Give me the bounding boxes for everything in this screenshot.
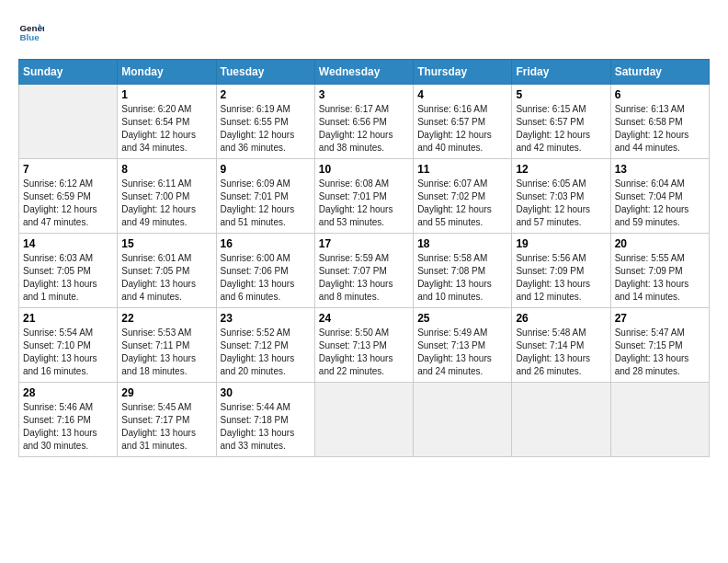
calendar-cell: 23Sunrise: 5:52 AM Sunset: 7:12 PM Dayli…: [216, 308, 314, 383]
calendar-cell: 30Sunrise: 5:44 AM Sunset: 7:18 PM Dayli…: [216, 383, 314, 457]
header-cell-thursday: Thursday: [414, 60, 512, 85]
calendar-header: SundayMondayTuesdayWednesdayThursdayFrid…: [19, 60, 710, 85]
calendar-cell: 11Sunrise: 6:07 AM Sunset: 7:02 PM Dayli…: [414, 159, 512, 234]
day-number: 23: [221, 312, 311, 325]
calendar-cell: 18Sunrise: 5:58 AM Sunset: 7:08 PM Dayli…: [414, 234, 512, 308]
calendar-cell: 20Sunrise: 5:55 AM Sunset: 7:09 PM Dayli…: [610, 234, 709, 308]
day-number: 24: [319, 312, 409, 325]
calendar-cell: 13Sunrise: 6:04 AM Sunset: 7:04 PM Dayli…: [610, 159, 709, 234]
week-row-5: 28Sunrise: 5:46 AM Sunset: 7:16 PM Dayli…: [19, 383, 710, 457]
calendar-cell: 28Sunrise: 5:46 AM Sunset: 7:16 PM Dayli…: [19, 383, 118, 457]
day-number: 11: [417, 163, 507, 176]
calendar-cell: 4Sunrise: 6:16 AM Sunset: 6:57 PM Daylig…: [414, 85, 512, 159]
calendar-cell: 16Sunrise: 6:00 AM Sunset: 7:06 PM Dayli…: [216, 234, 314, 308]
calendar-cell: 19Sunrise: 5:56 AM Sunset: 7:09 PM Dayli…: [512, 234, 610, 308]
day-number: 17: [319, 237, 409, 250]
day-number: 9: [221, 163, 311, 176]
calendar-cell: [19, 85, 118, 159]
day-number: 30: [221, 386, 311, 399]
header-cell-tuesday: Tuesday: [216, 60, 314, 85]
calendar-body: 1Sunrise: 6:20 AM Sunset: 6:54 PM Daylig…: [19, 85, 710, 457]
day-info: Sunrise: 5:47 AM Sunset: 7:15 PM Dayligh…: [615, 327, 705, 378]
day-info: Sunrise: 6:08 AM Sunset: 7:01 PM Dayligh…: [319, 178, 409, 229]
calendar-cell: 21Sunrise: 5:54 AM Sunset: 7:10 PM Dayli…: [19, 308, 118, 383]
calendar-cell: 1Sunrise: 6:20 AM Sunset: 6:54 PM Daylig…: [118, 85, 216, 159]
calendar-cell: [314, 383, 413, 457]
logo: General Blue: [18, 18, 48, 44]
header-row: SundayMondayTuesdayWednesdayThursdayFrid…: [19, 60, 710, 85]
day-number: 2: [221, 88, 311, 101]
calendar-cell: 5Sunrise: 6:15 AM Sunset: 6:57 PM Daylig…: [512, 85, 610, 159]
day-number: 4: [417, 88, 507, 101]
day-info: Sunrise: 6:00 AM Sunset: 7:06 PM Dayligh…: [221, 252, 311, 304]
day-info: Sunrise: 5:48 AM Sunset: 7:14 PM Dayligh…: [516, 327, 606, 378]
calendar-cell: 15Sunrise: 6:01 AM Sunset: 7:05 PM Dayli…: [118, 234, 216, 308]
calendar-cell: 10Sunrise: 6:08 AM Sunset: 7:01 PM Dayli…: [314, 159, 413, 234]
day-info: Sunrise: 5:49 AM Sunset: 7:13 PM Dayligh…: [417, 327, 507, 378]
day-info: Sunrise: 5:44 AM Sunset: 7:18 PM Dayligh…: [221, 401, 311, 453]
header-cell-monday: Monday: [118, 60, 216, 85]
day-info: Sunrise: 6:03 AM Sunset: 7:05 PM Dayligh…: [23, 252, 113, 304]
week-row-2: 7Sunrise: 6:12 AM Sunset: 6:59 PM Daylig…: [19, 159, 710, 234]
day-number: 7: [23, 163, 113, 176]
day-number: 16: [221, 237, 311, 250]
day-info: Sunrise: 6:05 AM Sunset: 7:03 PM Dayligh…: [516, 178, 606, 229]
svg-text:Blue: Blue: [19, 32, 40, 42]
calendar-cell: 27Sunrise: 5:47 AM Sunset: 7:15 PM Dayli…: [610, 308, 709, 383]
page-header: General Blue: [18, 18, 710, 44]
day-number: 10: [319, 163, 409, 176]
calendar-cell: 8Sunrise: 6:11 AM Sunset: 7:00 PM Daylig…: [118, 159, 216, 234]
day-number: 8: [121, 163, 211, 176]
calendar-cell: 25Sunrise: 5:49 AM Sunset: 7:13 PM Dayli…: [414, 308, 512, 383]
day-info: Sunrise: 5:58 AM Sunset: 7:08 PM Dayligh…: [417, 252, 507, 304]
calendar-cell: 29Sunrise: 5:45 AM Sunset: 7:17 PM Dayli…: [118, 383, 216, 457]
week-row-3: 14Sunrise: 6:03 AM Sunset: 7:05 PM Dayli…: [19, 234, 710, 308]
calendar-cell: 24Sunrise: 5:50 AM Sunset: 7:13 PM Dayli…: [314, 308, 413, 383]
day-info: Sunrise: 5:50 AM Sunset: 7:13 PM Dayligh…: [319, 327, 409, 378]
day-number: 12: [516, 163, 606, 176]
calendar-cell: 14Sunrise: 6:03 AM Sunset: 7:05 PM Dayli…: [19, 234, 118, 308]
day-info: Sunrise: 6:20 AM Sunset: 6:54 PM Dayligh…: [121, 103, 211, 155]
day-info: Sunrise: 5:53 AM Sunset: 7:11 PM Dayligh…: [121, 327, 211, 378]
day-number: 29: [121, 386, 211, 399]
day-info: Sunrise: 5:56 AM Sunset: 7:09 PM Dayligh…: [516, 252, 606, 304]
day-info: Sunrise: 6:16 AM Sunset: 6:57 PM Dayligh…: [417, 103, 507, 155]
day-info: Sunrise: 6:17 AM Sunset: 6:56 PM Dayligh…: [319, 103, 409, 155]
calendar-cell: 26Sunrise: 5:48 AM Sunset: 7:14 PM Dayli…: [512, 308, 610, 383]
header-cell-saturday: Saturday: [610, 60, 709, 85]
day-info: Sunrise: 6:15 AM Sunset: 6:57 PM Dayligh…: [516, 103, 606, 155]
header-cell-wednesday: Wednesday: [314, 60, 413, 85]
day-number: 27: [615, 312, 705, 325]
calendar-cell: 17Sunrise: 5:59 AM Sunset: 7:07 PM Dayli…: [314, 234, 413, 308]
day-info: Sunrise: 6:09 AM Sunset: 7:01 PM Dayligh…: [221, 178, 311, 229]
calendar-cell: 3Sunrise: 6:17 AM Sunset: 6:56 PM Daylig…: [314, 85, 413, 159]
day-number: 3: [319, 88, 409, 101]
day-number: 5: [516, 88, 606, 101]
calendar-cell: 6Sunrise: 6:13 AM Sunset: 6:58 PM Daylig…: [610, 85, 709, 159]
header-cell-sunday: Sunday: [19, 60, 118, 85]
day-number: 1: [121, 88, 211, 101]
day-number: 25: [417, 312, 507, 325]
calendar-cell: [512, 383, 610, 457]
day-info: Sunrise: 6:01 AM Sunset: 7:05 PM Dayligh…: [121, 252, 211, 304]
day-info: Sunrise: 5:45 AM Sunset: 7:17 PM Dayligh…: [121, 401, 211, 453]
day-number: 26: [516, 312, 606, 325]
day-info: Sunrise: 5:59 AM Sunset: 7:07 PM Dayligh…: [319, 252, 409, 304]
day-number: 15: [121, 237, 211, 250]
calendar-cell: 12Sunrise: 6:05 AM Sunset: 7:03 PM Dayli…: [512, 159, 610, 234]
day-number: 14: [23, 237, 113, 250]
day-info: Sunrise: 6:07 AM Sunset: 7:02 PM Dayligh…: [417, 178, 507, 229]
day-number: 28: [23, 386, 113, 399]
day-number: 13: [615, 163, 705, 176]
day-info: Sunrise: 6:12 AM Sunset: 6:59 PM Dayligh…: [23, 178, 113, 229]
calendar-cell: 22Sunrise: 5:53 AM Sunset: 7:11 PM Dayli…: [118, 308, 216, 383]
day-info: Sunrise: 6:19 AM Sunset: 6:55 PM Dayligh…: [221, 103, 311, 155]
week-row-1: 1Sunrise: 6:20 AM Sunset: 6:54 PM Daylig…: [19, 85, 710, 159]
calendar-cell: 2Sunrise: 6:19 AM Sunset: 6:55 PM Daylig…: [216, 85, 314, 159]
calendar-cell: [610, 383, 709, 457]
calendar-table: SundayMondayTuesdayWednesdayThursdayFrid…: [18, 59, 710, 457]
day-number: 19: [516, 237, 606, 250]
calendar-cell: 9Sunrise: 6:09 AM Sunset: 7:01 PM Daylig…: [216, 159, 314, 234]
day-info: Sunrise: 5:54 AM Sunset: 7:10 PM Dayligh…: [23, 327, 113, 378]
day-number: 6: [615, 88, 705, 101]
